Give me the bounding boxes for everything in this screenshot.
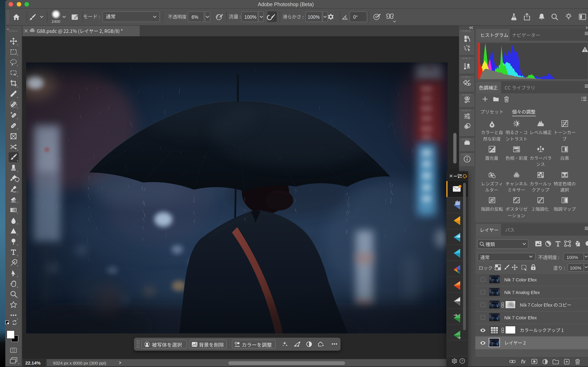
svg-text:?: ? bbox=[461, 359, 463, 363]
